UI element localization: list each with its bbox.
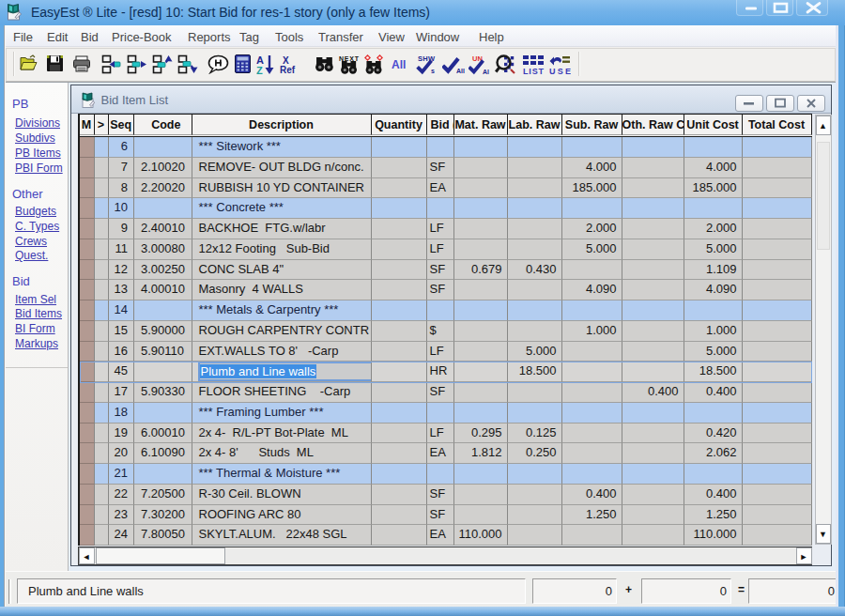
svg-text:SHW: SHW (418, 54, 436, 63)
svg-text:All: All (456, 68, 465, 74)
svg-text:Z: Z (256, 65, 263, 75)
svg-text:NEXT: NEXT (339, 55, 360, 62)
svg-text:s: s (431, 68, 435, 74)
svg-text:LIST: LIST (523, 67, 545, 75)
svg-text:Al: Al (483, 69, 489, 75)
svg-text:Ref: Ref (280, 65, 296, 75)
svg-text:USE: USE (549, 67, 571, 75)
svg-text:All: All (392, 58, 406, 71)
